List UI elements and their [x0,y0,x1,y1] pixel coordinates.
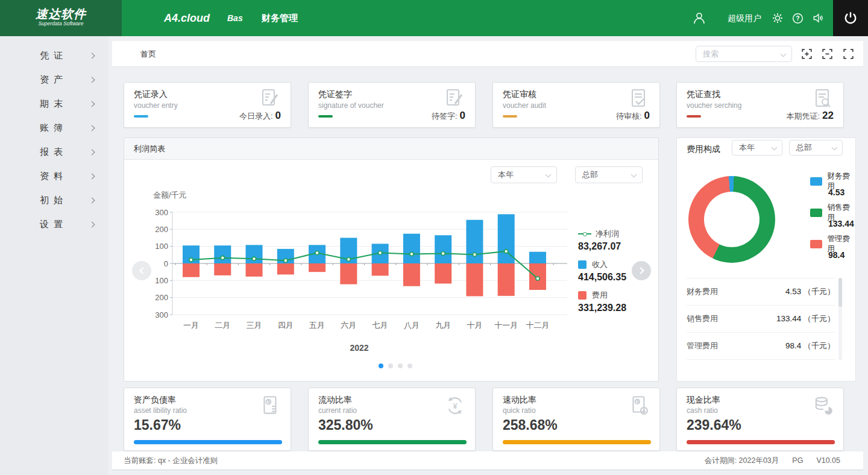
svg-text:八月: 八月 [404,321,420,330]
sidebar-item-data[interactable]: 资 料 [0,164,108,188]
sidebar-item-reports[interactable]: 报 表 [0,140,108,164]
chart-next-button[interactable] [632,261,651,280]
ratio-value: 258.68% [503,417,558,433]
sidebar-item-voucher[interactable]: 凭 证 [0,43,108,68]
zoom-in-window-icon[interactable] [802,49,812,59]
settings-gear-icon[interactable] [772,0,784,36]
legend-net-profit[interactable]: 净利润 83,267.07 [578,228,656,252]
tab-home[interactable]: 首页 [140,41,156,67]
current-ratio-icon: ¥ [444,394,467,417]
card-subtitle: voucher audit [503,101,546,110]
card-subtitle: signature of voucher [318,101,384,110]
version-label: V10.05 [816,451,840,470]
logo[interactable]: 速达软件 Superdata Software [0,0,122,36]
sidebar-item-ledgers[interactable]: 账 簿 [0,116,108,140]
search-combobox[interactable] [696,46,792,62]
card-stat: 待签字:0 [432,110,465,122]
asset-liability-ratio-card[interactable]: 资产负债率 asset libility ratio 15.67% [124,388,291,451]
voucher-sign-icon [442,87,467,111]
logo-title: 速达软件 [0,7,122,20]
svg-text:五月: 五月 [309,321,325,330]
quick-ratio-icon [628,394,651,417]
expense-donut-chart [688,176,775,263]
sidebar-item-period-end[interactable]: 期 末 [0,92,108,116]
expense-row-sales[interactable]: 销售费用 133.44 （千元） [687,306,835,333]
scrollbar[interactable] [838,278,842,360]
svg-text:100: 100 [155,276,168,285]
card-subtitle: quick ratio [503,406,536,415]
nav-bas[interactable]: Bas [227,0,243,36]
scrollbar-thumb[interactable] [838,278,842,307]
carousel-dot-2[interactable] [388,363,393,368]
chart-prev-button[interactable] [132,261,151,280]
legend-admin-expense[interactable]: 管理费用 98.4 [810,239,855,260]
carousel-dot-4[interactable] [407,363,412,368]
app-root: 速达软件 Superdata Software A4.cloud Bas 财务管… [0,0,868,475]
current-account-label: 当前账套: qx - 企业会计准则 [124,451,218,470]
voucher-search-card[interactable]: 凭证查找 voucher serching 本期凭证:22 [676,82,844,128]
svg-text:六月: 六月 [341,321,356,330]
org-select[interactable]: 总部 [575,166,643,183]
card-subtitle: cash ratio [687,406,718,415]
card-title: 凭证查找 [687,89,720,100]
org-select[interactable]: 总部 [789,140,843,156]
voucher-audit-card[interactable]: 凭证审核 voucher audit 待审核:0 [492,82,660,128]
expense-row-finance[interactable]: 财务费用 4.53 （千元） [687,278,835,306]
stat-value: 0 [644,110,650,121]
zoom-out-window-icon[interactable] [822,49,832,59]
voucher-entry-card[interactable]: 凭证录入 voucher entry 今日录入:0 [124,82,291,128]
edition-label: PG [792,451,803,470]
sidebar-item-assets[interactable]: 资 产 [0,68,108,92]
card-title: 速动比率 [503,395,536,406]
card-title: 现金比率 [687,395,720,406]
asset-ratio-icon [259,394,282,417]
carousel-dot-1[interactable] [379,363,383,368]
help-icon[interactable]: ? [792,0,804,36]
cash-ratio-card[interactable]: 现金比率 cash ratio 239.64% [676,388,844,451]
chevron-right-icon [89,125,95,131]
card-title: 资产负债率 [134,395,176,406]
nav-finance[interactable]: 财务管理 [262,0,298,36]
chevron-right-icon [637,267,644,274]
svg-text:0: 0 [164,259,168,268]
svg-text:300: 300 [155,310,168,319]
quick-ratio-card[interactable]: 速动比率 quick ratio 258.68% [492,388,660,451]
net-profit-line-swatch [578,233,591,234]
status-footer: 当前账套: qx - 企业会计准则 会计期间: 2022年03月 PG V10.… [112,451,863,470]
ratio-bar [503,440,651,444]
ratio-value: 239.64% [687,417,741,433]
svg-text:九月: 九月 [435,321,451,330]
voucher-audit-icon [627,87,651,111]
chevron-down-icon [772,145,778,151]
sidebar-item-settings[interactable]: 设 置 [0,212,108,236]
stat-value: 0 [460,110,465,121]
svg-text:十月: 十月 [467,321,482,330]
sidebar-item-initial[interactable]: 初 始 [0,188,108,212]
user-icon[interactable] [692,0,706,36]
ratio-bar [318,440,467,444]
current-ratio-card[interactable]: 流动比率 current ratio 325.80% ¥ [308,388,476,451]
legend-finance-expense[interactable]: 财务费用 4.53 [810,177,855,197]
accent-dash [318,115,333,118]
voucher-sign-card[interactable]: 凭证签字 signature of voucher 待签字:0 [308,82,476,128]
period-select[interactable]: 本年 [732,140,782,156]
search-input[interactable] [703,49,775,58]
net-profit-total: 83,267.07 [578,241,656,252]
legend-expense[interactable]: 费用 331,239.28 [578,290,656,313]
chevron-down-icon [546,172,552,178]
speaker-icon[interactable] [812,0,824,36]
legend-sales-expense[interactable]: 销售费用 133.44 [810,208,855,228]
svg-text:200: 200 [155,225,168,234]
product-name: A4.cloud [164,0,210,36]
username-label[interactable]: 超级用户 [728,0,761,36]
chevron-right-icon [89,149,95,155]
fullscreen-icon[interactable] [843,49,854,59]
svg-text:100: 100 [155,242,168,251]
expense-table: 财务费用 4.53 （千元） 销售费用 133.44 （千元） 管理费用 98.… [687,278,835,360]
svg-text:200: 200 [155,293,168,302]
logout-power-button[interactable] [833,0,868,36]
carousel-dot-3[interactable] [398,363,403,368]
period-select[interactable]: 本年 [491,166,557,183]
expense-row-admin[interactable]: 管理费用 98.4 （千元） [687,333,835,360]
svg-text:¥: ¥ [453,402,457,411]
